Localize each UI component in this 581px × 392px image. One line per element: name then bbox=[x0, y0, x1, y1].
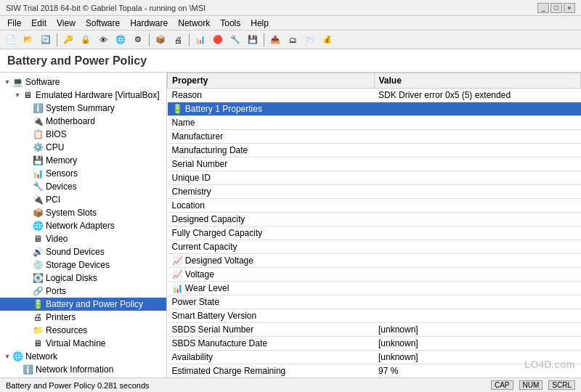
menu-network[interactable]: Network bbox=[174, 17, 214, 30]
menu-hardware[interactable]: Hardware bbox=[126, 17, 172, 30]
expand-icon-software[interactable]: ▼ bbox=[3, 78, 12, 86]
toolbar-btn15[interactable]: 💰 bbox=[320, 32, 336, 48]
property-table-container[interactable]: Property Value ReasonSDK Driver error 0x… bbox=[167, 73, 581, 377]
expand-icon-network-info[interactable] bbox=[13, 365, 22, 374]
table-row[interactable]: Current Capacity bbox=[168, 240, 581, 254]
toolbar-new[interactable]: 📄 bbox=[3, 32, 19, 48]
table-row[interactable]: 📈 Designed Voltage bbox=[168, 254, 581, 268]
expand-icon-emulated[interactable]: ▼ bbox=[13, 91, 22, 99]
sidebar-item-logical-disks[interactable]: 💽Logical Disks bbox=[0, 271, 166, 285]
toolbar-btn5[interactable]: ⚙ bbox=[130, 32, 146, 48]
menu-view[interactable]: View bbox=[52, 17, 80, 30]
menu-software[interactable]: Software bbox=[81, 17, 124, 30]
expand-icon-cpu[interactable] bbox=[23, 143, 32, 152]
table-row[interactable]: Name bbox=[168, 116, 581, 130]
sidebar-item-pci[interactable]: 🔌PCI bbox=[0, 193, 166, 206]
table-row[interactable]: Fully Charged Capacity bbox=[168, 226, 581, 240]
toolbar-btn1[interactable]: 🔑 bbox=[60, 32, 76, 48]
toolbar-btn3[interactable]: 👁 bbox=[95, 32, 111, 48]
close-button[interactable]: × bbox=[564, 3, 575, 13]
table-row[interactable]: Chemistry bbox=[168, 185, 581, 199]
sidebar-item-network[interactable]: ▼🌐Network bbox=[0, 350, 166, 363]
table-row[interactable]: Manufacturing Date bbox=[168, 144, 581, 158]
table-row[interactable]: Serial Number bbox=[168, 158, 581, 171]
table-row[interactable]: SBDS Manufacture Date[unknown] bbox=[168, 337, 581, 351]
sidebar-item-sound-devices[interactable]: 🔊Sound Devices bbox=[0, 245, 166, 258]
sidebar-item-sensors[interactable]: 📊Sensors bbox=[0, 167, 166, 180]
expand-icon-system-summary[interactable] bbox=[23, 104, 32, 113]
expand-icon-virtual-machine[interactable] bbox=[23, 339, 32, 348]
expand-icon-sensors[interactable] bbox=[23, 169, 32, 178]
table-row[interactable]: Unique ID bbox=[168, 171, 581, 185]
maximize-button[interactable]: □ bbox=[550, 3, 562, 13]
expand-icon-resources[interactable] bbox=[23, 326, 32, 335]
expand-icon-motherboard[interactable] bbox=[23, 117, 32, 126]
table-row[interactable]: Manufacturer bbox=[168, 130, 581, 144]
toolbar-btn9[interactable]: 🔴 bbox=[210, 32, 226, 48]
expand-icon-pci[interactable] bbox=[23, 195, 32, 204]
expand-icon-printers[interactable] bbox=[23, 313, 32, 322]
expand-icon-network[interactable]: ▼ bbox=[3, 352, 12, 361]
sidebar-item-network-connections[interactable]: 🔗Network Connections bbox=[0, 376, 166, 377]
expand-icon-logical-disks[interactable] bbox=[23, 274, 32, 282]
prop-cell: Unique ID bbox=[168, 171, 375, 185]
table-row[interactable]: 📊 Wear Level bbox=[168, 282, 581, 295]
toolbar-btn12[interactable]: 📤 bbox=[267, 32, 283, 48]
sidebar-item-motherboard[interactable]: 🔌Motherboard bbox=[0, 115, 166, 128]
sidebar-item-cpu[interactable]: ⚙️CPU bbox=[0, 141, 166, 154]
menu-file[interactable]: File bbox=[3, 17, 25, 30]
sidebar-item-printers[interactable]: 🖨Printers bbox=[0, 311, 166, 324]
toolbar-btn10[interactable]: 🔧 bbox=[227, 32, 243, 48]
toolbar-btn6[interactable]: 📦 bbox=[153, 32, 168, 48]
sidebar-item-network-info[interactable]: ℹ️Network Information bbox=[0, 363, 166, 376]
sidebar-item-ports[interactable]: 🔗Ports bbox=[0, 285, 166, 298]
expand-icon-battery-power[interactable] bbox=[23, 300, 32, 309]
expand-icon-sound-devices[interactable] bbox=[23, 248, 32, 256]
sidebar-item-network-adapters[interactable]: 🌐Network Adapters bbox=[0, 219, 166, 232]
expand-icon-network-adapters[interactable] bbox=[23, 221, 32, 230]
table-row[interactable]: Location bbox=[168, 199, 581, 213]
toolbar-open[interactable]: 📂 bbox=[20, 32, 36, 48]
toolbar-refresh[interactable]: 🔄 bbox=[38, 32, 54, 48]
table-row[interactable]: ReasonSDK Driver error 0x5 (5) extended bbox=[168, 89, 581, 102]
sidebar-item-bios[interactable]: 📋BIOS bbox=[0, 128, 166, 141]
sidebar-item-resources[interactable]: 📁Resources bbox=[0, 324, 166, 337]
sidebar-item-storage-devices[interactable]: 💿Storage Devices bbox=[0, 258, 166, 271]
table-row[interactable]: Smart Battery Version bbox=[168, 309, 581, 323]
sidebar-item-system-summary[interactable]: ℹ️System Summary bbox=[0, 102, 166, 115]
menu-edit[interactable]: Edit bbox=[27, 17, 51, 30]
sidebar-item-battery-power[interactable]: 🔋Battery and Power Policy bbox=[0, 298, 166, 311]
expand-icon-video[interactable] bbox=[23, 234, 32, 243]
toolbar-btn13[interactable]: 🗂 bbox=[285, 32, 301, 48]
toolbar-btn11[interactable]: 💾 bbox=[245, 32, 261, 48]
expand-icon-bios[interactable] bbox=[23, 130, 32, 139]
toolbar-btn4[interactable]: 🌐 bbox=[113, 32, 129, 48]
table-row[interactable]: 🔋 Battery 1 Properties bbox=[168, 102, 581, 116]
expand-icon-devices[interactable] bbox=[23, 182, 32, 191]
title-bar-buttons[interactable]: _ □ × bbox=[537, 3, 575, 13]
expand-icon-memory[interactable] bbox=[23, 156, 32, 165]
sidebar-item-software[interactable]: ▼💻Software bbox=[0, 75, 166, 89]
expand-icon-ports[interactable] bbox=[23, 287, 32, 295]
minimize-button[interactable]: _ bbox=[537, 3, 549, 13]
table-row[interactable]: Designed Capacity bbox=[168, 213, 581, 226]
toolbar-btn14[interactable]: 📨 bbox=[302, 32, 318, 48]
sidebar-item-system-slots[interactable]: 📦System Slots bbox=[0, 206, 166, 219]
expand-icon-storage-devices[interactable] bbox=[23, 261, 32, 269]
table-row[interactable]: Power State bbox=[168, 295, 581, 309]
sidebar-item-virtual-machine[interactable]: 🖥Virtual Machine bbox=[0, 337, 166, 350]
sidebar-item-video[interactable]: 🖥Video bbox=[0, 232, 166, 245]
sidebar-item-memory[interactable]: 💾Memory bbox=[0, 154, 166, 167]
menu-tools[interactable]: Tools bbox=[216, 17, 245, 30]
table-row[interactable]: 📈 Voltage bbox=[168, 268, 581, 282]
toolbar-btn7[interactable]: 🖨 bbox=[170, 32, 186, 48]
expand-icon-system-slots[interactable] bbox=[23, 208, 32, 217]
sidebar-item-emulated[interactable]: ▼🖥Emulated Hardware [VirtualBox] bbox=[0, 89, 166, 102]
table-row[interactable]: SBDS Serial Number[unknown] bbox=[168, 323, 581, 337]
toolbar-btn8[interactable]: 📊 bbox=[192, 32, 208, 48]
sidebar-item-devices[interactable]: 🔧Devices bbox=[0, 180, 166, 193]
toolbar-btn2[interactable]: 🔒 bbox=[78, 32, 94, 48]
table-row[interactable]: Estimated Charge Remaining97 % bbox=[168, 364, 581, 378]
table-row[interactable]: Availability[unknown] bbox=[168, 351, 581, 364]
menu-help[interactable]: Help bbox=[246, 17, 273, 30]
